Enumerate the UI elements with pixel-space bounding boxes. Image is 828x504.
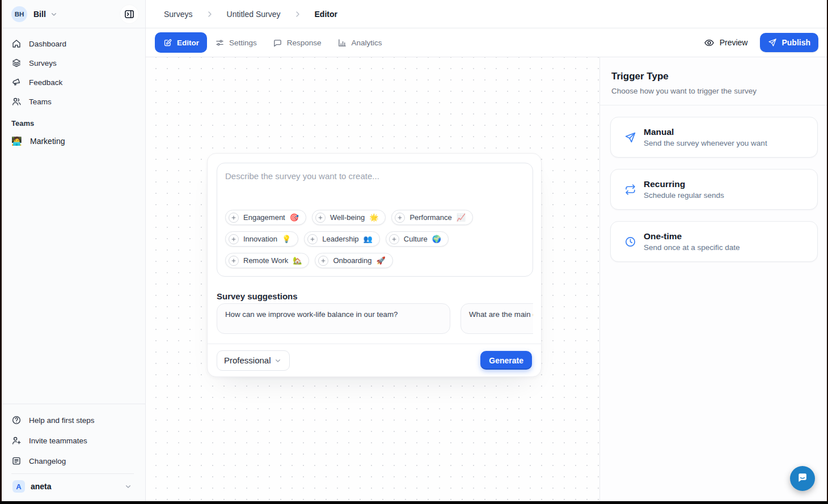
trigger-option-manual[interactable]: Manual Send the survey whenever you want — [610, 117, 818, 158]
sidebar-item-help[interactable]: Help and first steps — [5, 410, 141, 430]
sidebar-item-team-marketing[interactable]: 🧑‍💻 Marketing — [5, 132, 141, 150]
chip-culture[interactable]: Culture 🌍 — [386, 231, 449, 247]
sidebar-teams-section: Teams 🧑‍💻 Marketing — [0, 111, 145, 150]
chat-launcher-button[interactable] — [790, 466, 815, 491]
suggestions-row: How can we improve work-life balance in … — [217, 303, 533, 334]
bulb-emoji-icon: 💡 — [282, 235, 291, 243]
option-text: Manual Send the survey whenever you want — [644, 127, 767, 147]
tone-value: Professional — [224, 355, 271, 365]
chat-bubble-icon — [273, 38, 282, 48]
chevron-right-icon — [205, 10, 214, 19]
chip-label: Engagement — [243, 213, 285, 222]
account-name: aneta — [31, 482, 52, 491]
chip-remote-work[interactable]: Remote Work 🏡 — [225, 253, 309, 268]
plus-icon — [307, 234, 318, 244]
suggestion-card[interactable]: How can we improve work-life balance in … — [217, 303, 450, 334]
tab-settings[interactable]: Settings — [207, 32, 265, 53]
sidebar-item-feedback[interactable]: Feedback — [5, 73, 141, 92]
preview-button[interactable]: Preview — [704, 37, 748, 48]
tone-select[interactable]: Professional — [217, 350, 290, 371]
chip-innovation[interactable]: Innovation 💡 — [225, 231, 298, 247]
sidebar-footer: Help and first steps Invite teammates Ch… — [0, 404, 145, 501]
user-plus-icon — [11, 435, 22, 446]
chevron-down-icon[interactable] — [49, 10, 58, 19]
option-description: Send the survey whenever you want — [644, 139, 767, 147]
option-text: One-time Send once at a specific date — [644, 231, 740, 252]
team-label: Marketing — [30, 137, 65, 146]
house-emoji-icon: 🏡 — [293, 256, 302, 265]
users-icon — [11, 96, 22, 107]
sidebar-header: BH Bill — [0, 0, 145, 28]
breadcrumb-untitled-survey[interactable]: Untitled Survey — [227, 10, 281, 19]
chip-label: Innovation — [243, 235, 277, 243]
workspace-avatar[interactable]: BH — [11, 6, 27, 22]
sidebar-item-label: Help and first steps — [29, 416, 95, 425]
sidebar-item-label: Invite teammates — [29, 437, 87, 445]
trigger-options: Manual Send the survey whenever you want… — [600, 105, 828, 273]
sliders-icon — [215, 38, 225, 48]
megaphone-icon — [11, 77, 22, 87]
sidebar-item-dashboard[interactable]: Dashboard — [5, 34, 141, 53]
plus-icon — [389, 234, 399, 244]
plus-icon — [229, 213, 239, 223]
chip-label: Onboarding — [333, 256, 371, 265]
changelog-icon — [11, 456, 22, 466]
sidebar-item-changelog[interactable]: Changelog — [5, 451, 141, 471]
chat-bubble-smile-icon — [796, 471, 809, 486]
panel-title: Trigger Type — [611, 71, 817, 82]
trigger-panel-header: Trigger Type Choose how you want to trig… — [600, 57, 828, 105]
breadcrumb-surveys[interactable]: Surveys — [164, 10, 193, 19]
survey-description-input[interactable]: Describe the survey you want to create..… — [217, 163, 533, 277]
chip-engagement[interactable]: Engagement 🎯 — [225, 210, 306, 225]
sidebar-item-surveys[interactable]: Surveys — [5, 53, 141, 73]
tab-editor[interactable]: Editor — [155, 32, 207, 53]
chevron-right-icon — [293, 10, 302, 19]
layers-icon — [11, 58, 22, 68]
sidebar-item-label: Surveys — [29, 59, 57, 67]
paper-plane-icon — [768, 38, 777, 47]
chip-leadership[interactable]: Leadership 👥 — [304, 231, 380, 247]
option-text: Recurring Schedule regular sends — [644, 179, 724, 200]
chip-onboarding[interactable]: Onboarding 🚀 — [315, 253, 392, 268]
topic-chips: Engagement 🎯 Well-being 🌟 Performance 📈 — [225, 210, 525, 268]
tab-response[interactable]: Response — [265, 32, 329, 53]
window-edge-left — [0, 0, 2, 504]
chip-well-being[interactable]: Well-being 🌟 — [312, 210, 386, 225]
plus-icon — [229, 234, 239, 244]
publish-button[interactable]: Publish — [760, 33, 818, 52]
chip-label: Remote Work — [243, 256, 288, 265]
trigger-option-recurring[interactable]: Recurring Schedule regular sends — [610, 169, 818, 210]
editor-canvas[interactable]: Describe the survey you want to create..… — [146, 57, 599, 501]
sidebar-collapse-button[interactable] — [120, 5, 138, 23]
trigger-option-one-time[interactable]: One-time Send once at a specific date — [610, 221, 818, 262]
window-edge-bottom — [0, 501, 828, 504]
tab-label: Response — [287, 39, 322, 47]
plus-icon — [395, 213, 405, 223]
chip-performance[interactable]: Performance 📈 — [391, 210, 473, 225]
sidebar-item-teams[interactable]: Teams — [5, 92, 141, 111]
suggestion-card[interactable]: What are the main ob — [461, 303, 533, 334]
option-description: Schedule regular sends — [644, 191, 724, 200]
sidebar-item-label: Changelog — [29, 457, 66, 465]
teams-section-label: Teams — [5, 119, 141, 128]
toolbar-right: Preview Publish — [704, 33, 818, 52]
option-title: Recurring — [644, 179, 724, 189]
trigger-type-panel: Trigger Type Choose how you want to trig… — [599, 57, 828, 501]
tab-label: Settings — [229, 39, 257, 47]
panel-toggle-icon — [124, 9, 135, 20]
chevron-down-icon — [124, 482, 133, 491]
technologist-emoji-icon: 🧑‍💻 — [11, 136, 23, 146]
generate-button[interactable]: Generate — [480, 351, 532, 370]
chip-label: Culture — [404, 235, 428, 243]
tab-analytics[interactable]: Analytics — [329, 32, 390, 53]
workspace-name[interactable]: Bill — [33, 10, 46, 19]
account-menu[interactable]: A aneta — [11, 474, 134, 499]
chart-emoji-icon: 📈 — [457, 213, 466, 222]
account-divider: A aneta — [11, 473, 134, 499]
sidebar-item-label: Feedback — [29, 78, 62, 87]
option-title: Manual — [644, 127, 767, 137]
tab-label: Editor — [177, 39, 199, 47]
option-description: Send once at a specific date — [644, 243, 740, 252]
chip-label: Leadership — [322, 235, 358, 243]
sidebar-item-invite[interactable]: Invite teammates — [5, 430, 141, 451]
